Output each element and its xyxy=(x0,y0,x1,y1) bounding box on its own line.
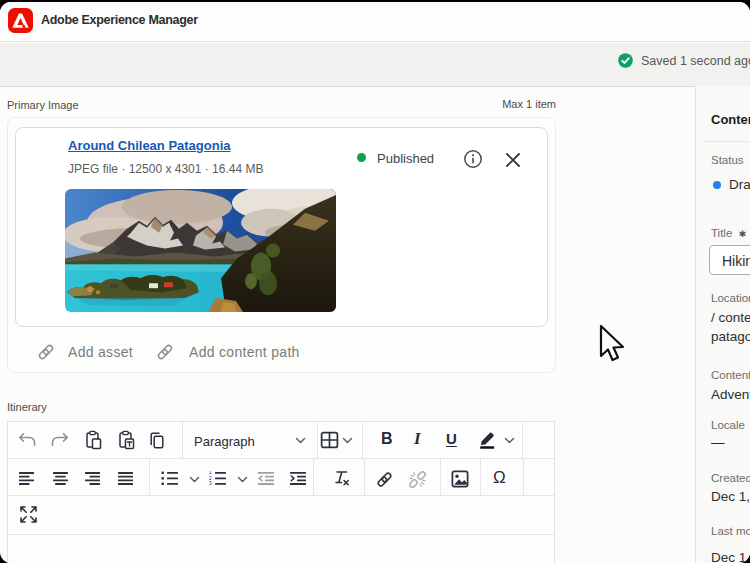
svg-text:3: 3 xyxy=(209,481,212,486)
svg-text:1: 1 xyxy=(209,471,212,475)
svg-text:2: 2 xyxy=(209,476,212,481)
